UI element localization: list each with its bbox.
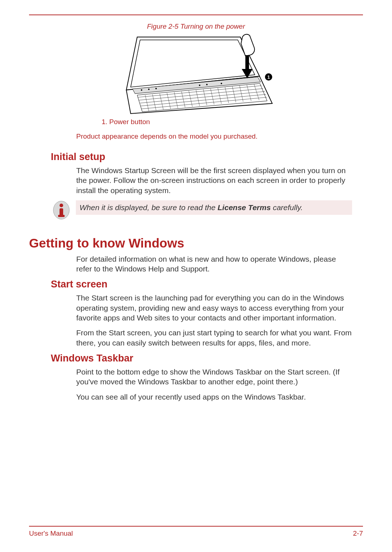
heading-initial-setup: Initial setup bbox=[51, 151, 363, 163]
note-text-wrap: When it is displayed, be sure to read th… bbox=[76, 200, 352, 215]
figure-caption: Figure 2-5 Turning on the power bbox=[29, 23, 363, 30]
body-initial-setup: The Windows Startup Screen will be the f… bbox=[76, 165, 352, 195]
laptop-illustration: 1 bbox=[116, 33, 276, 114]
svg-rect-32 bbox=[245, 55, 249, 70]
heading-start-screen: Start screen bbox=[51, 279, 363, 290]
note-callout: When it is displayed, be sure to read th… bbox=[53, 200, 352, 221]
body-getting-to-know: For detailed information on what is new … bbox=[76, 254, 352, 274]
note-text: When it is displayed, be sure to read th… bbox=[79, 203, 303, 212]
svg-point-30 bbox=[206, 84, 208, 85]
page-footer: User's Manual 2-7 bbox=[29, 526, 363, 537]
body-start-screen-1: The Start screen is the launching pad fo… bbox=[76, 293, 352, 323]
heading-getting-to-know: Getting to know Windows bbox=[29, 236, 363, 250]
heading-taskbar: Windows Taskbar bbox=[51, 353, 363, 364]
svg-point-26 bbox=[141, 89, 142, 91]
body-taskbar-2: You can see all of your recently used ap… bbox=[76, 392, 352, 402]
note-bold: License Terms bbox=[218, 203, 271, 212]
figure-note: Product appearance depends on the model … bbox=[76, 132, 363, 140]
note-prefix: When it is displayed, be sure to read th… bbox=[79, 203, 218, 212]
svg-rect-39 bbox=[58, 215, 65, 217]
svg-point-37 bbox=[60, 204, 63, 207]
svg-point-28 bbox=[155, 88, 157, 89]
note-suffix: carefully. bbox=[271, 203, 303, 212]
svg-text:1: 1 bbox=[267, 74, 270, 80]
svg-point-31 bbox=[221, 83, 222, 84]
body-start-screen-2: From the Start screen, you can just star… bbox=[76, 328, 352, 348]
top-rule bbox=[29, 15, 363, 15]
figure-legend: 1. Power button bbox=[102, 118, 363, 126]
body-taskbar-1: Point to the bottom edge to show the Win… bbox=[76, 367, 352, 387]
svg-point-29 bbox=[199, 85, 200, 86]
page: Figure 2-5 Turning on the power bbox=[0, 0, 392, 552]
footer-rule bbox=[29, 526, 363, 527]
footer-page-number: 2-7 bbox=[353, 529, 363, 537]
figure-illustration: 1 bbox=[29, 33, 363, 116]
svg-point-27 bbox=[148, 89, 150, 90]
info-icon bbox=[53, 200, 70, 221]
footer-title: User's Manual bbox=[29, 529, 73, 537]
